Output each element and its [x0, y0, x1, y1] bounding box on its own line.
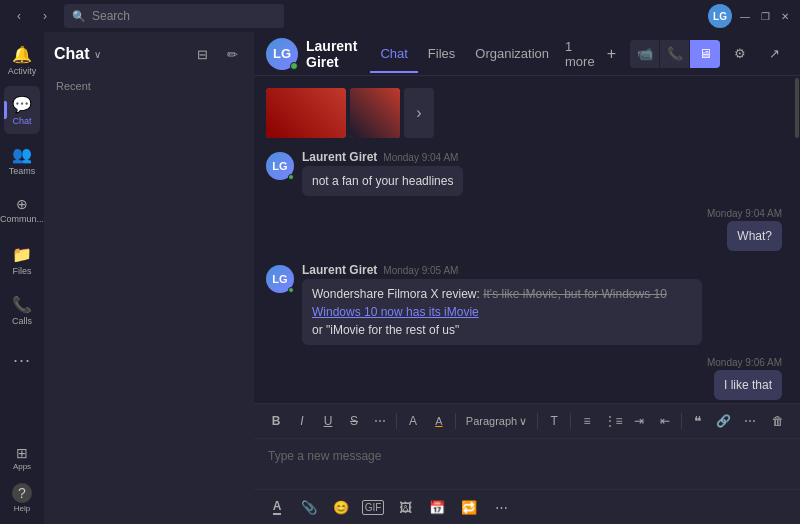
more-options-button[interactable]: ⋯ — [488, 494, 514, 520]
format-text-button[interactable]: A — [264, 494, 290, 520]
sidebar-item-help[interactable]: ? Help — [4, 480, 40, 516]
message-bubble: not a fan of your headlines — [302, 166, 463, 196]
sidebar-item-files[interactable]: 📁 Files — [4, 236, 40, 284]
tab-organization[interactable]: Organization — [465, 42, 559, 65]
screenshare-button[interactable]: 🖥 — [690, 40, 720, 68]
sidebar-item-communities[interactable]: ⊕ Commun... — [4, 186, 40, 234]
outdent-button[interactable]: ⇤ — [653, 408, 677, 434]
ul-button[interactable]: ⋮≡ — [601, 408, 625, 434]
help-icon: ? — [12, 483, 32, 503]
font-color-button[interactable]: A — [401, 408, 425, 434]
loop-button[interactable]: 🔁 — [456, 494, 482, 520]
toolbar-sep-4 — [570, 413, 571, 429]
msg-text-line2: or "iMovie for the rest of us" — [312, 323, 459, 337]
ol-button[interactable]: ≡ — [575, 408, 599, 434]
more-icon: ··· — [13, 350, 31, 371]
chat-main: LG Laurent Giret Chat Files Organization… — [254, 32, 800, 524]
toolbar-sep-3 — [537, 413, 538, 429]
composer-placeholder: Type a new message — [268, 449, 381, 463]
attach-button[interactable]: 📎 — [296, 494, 322, 520]
filter-button[interactable]: ⊟ — [190, 42, 214, 66]
message-time: Monday 9:04 AM — [383, 152, 458, 163]
sidebar-bottom: ⊞ Apps ? Help — [4, 440, 40, 524]
message-group: LG Laurent Giret Monday 9:05 AM Wondersh… — [266, 263, 782, 345]
scroll-bar[interactable] — [794, 76, 800, 403]
teams-icon: 👥 — [12, 145, 32, 164]
more-icon: ⋯ — [495, 500, 508, 515]
message-content: Laurent Giret Monday 9:05 AM Wondershare… — [302, 263, 702, 345]
meet-now-icon: 📅 — [429, 500, 445, 515]
sidebar-item-chat[interactable]: 💬 Chat — [4, 86, 40, 134]
window-restore-button[interactable]: ❐ — [758, 9, 772, 23]
title-bar-right: LG — ❐ ✕ — [708, 4, 792, 28]
message-meta: Laurent Giret Monday 9:04 AM — [302, 150, 463, 164]
compose-button[interactable]: ✏ — [220, 42, 244, 66]
loop-icon: 🔁 — [461, 500, 477, 515]
message-group: LG Laurent Giret Monday 9:04 AM not a fa… — [266, 150, 782, 196]
online-dot — [288, 174, 294, 180]
strikethrough-button[interactable]: S — [342, 408, 366, 434]
user-avatar[interactable]: LG — [708, 4, 732, 28]
highlight-button[interactable]: A — [427, 408, 451, 434]
apps-icon: ⊞ — [16, 445, 28, 461]
sidebar-item-calls[interactable]: 📞 Calls — [4, 286, 40, 334]
nav-forward-button[interactable]: › — [34, 5, 56, 27]
meet-now-button[interactable]: 📅 — [424, 494, 450, 520]
emoji-icon: 😊 — [333, 500, 349, 515]
message-content: Laurent Giret Monday 9:04 AM not a fan o… — [302, 150, 463, 196]
bold-button[interactable]: B — [264, 408, 288, 434]
messages-container: › LG Laurent Giret Monday 9:04 AM not — [254, 76, 800, 403]
italic-button[interactable]: I — [290, 408, 314, 434]
chat-header: LG Laurent Giret Chat Files Organization… — [254, 32, 800, 76]
add-tab-button[interactable]: + — [601, 45, 622, 63]
more-format-button[interactable]: ⋯ — [368, 408, 392, 434]
sidebar-item-teams[interactable]: 👥 Teams — [4, 136, 40, 184]
settings-button[interactable]: ⚙ — [726, 40, 754, 68]
search-bar[interactable]: 🔍 Search — [64, 4, 284, 28]
activity-icon: 🔔 — [12, 45, 32, 64]
link-button[interactable]: 🔗 — [712, 408, 736, 434]
quote-button[interactable]: ❝ — [686, 408, 710, 434]
title-bar-nav: ‹ › — [8, 5, 56, 27]
message-bubble-own: What? — [727, 221, 782, 251]
clear-format-button[interactable]: T — [542, 408, 566, 434]
more-format2-button[interactable]: ⋯ — [738, 408, 762, 434]
video-icon: 📹 — [637, 46, 653, 61]
delete-message-button[interactable]: 🗑 — [766, 408, 790, 434]
message-avatar: LG — [266, 152, 294, 180]
underline-button[interactable]: U — [316, 408, 340, 434]
messages-area: › LG Laurent Giret Monday 9:04 AM not — [254, 76, 794, 403]
composer-toolbar: B I U S ⋯ A A Paragraph ∨ T ≡ ⋮≡ ⇥ ⇤ — [254, 404, 800, 439]
popout-button[interactable]: ↗ — [760, 40, 788, 68]
msg-text-link[interactable]: Windows 10 now has its iMovie — [312, 305, 479, 319]
scroll-thumb[interactable] — [795, 78, 799, 138]
dropdown-chevron-icon: ∨ — [519, 415, 527, 428]
expand-icon: › — [416, 104, 421, 122]
recent-label: Recent — [44, 76, 254, 96]
chat-icon: 💬 — [12, 95, 32, 114]
image-expand-button[interactable]: › — [404, 88, 434, 138]
emoji-button[interactable]: 😊 — [328, 494, 354, 520]
window-minimize-button[interactable]: — — [738, 9, 752, 23]
tab-files[interactable]: Files — [418, 42, 465, 65]
message-time-own: Monday 9:06 AM — [707, 357, 782, 368]
message-input[interactable]: Type a new message — [254, 439, 800, 489]
paragraph-dropdown[interactable]: Paragraph ∨ — [460, 413, 533, 430]
message-author: Laurent Giret — [302, 150, 377, 164]
indent-button[interactable]: ⇥ — [627, 408, 651, 434]
window-close-button[interactable]: ✕ — [778, 9, 792, 23]
video-call-button[interactable]: 📹 — [630, 40, 660, 68]
paragraph-label: Paragraph — [466, 415, 517, 427]
gif-button[interactable]: GIF — [360, 494, 386, 520]
tab-more[interactable]: 1 more — [559, 35, 601, 73]
sticker-button[interactable]: 🖼 — [392, 494, 418, 520]
audio-call-button[interactable]: 📞 — [660, 40, 690, 68]
main-layout: 🔔 Activity 💬 Chat 👥 Teams ⊕ Commun... 📁 … — [0, 32, 800, 524]
sidebar-item-apps[interactable]: ⊞ Apps — [4, 440, 40, 476]
sidebar-item-more[interactable]: ··· — [4, 336, 40, 384]
attach-icon: 📎 — [301, 500, 317, 515]
sidebar-item-activity[interactable]: 🔔 Activity — [4, 36, 40, 84]
search-placeholder: Search — [92, 9, 130, 23]
nav-back-button[interactable]: ‹ — [8, 5, 30, 27]
tab-chat[interactable]: Chat — [370, 42, 417, 65]
